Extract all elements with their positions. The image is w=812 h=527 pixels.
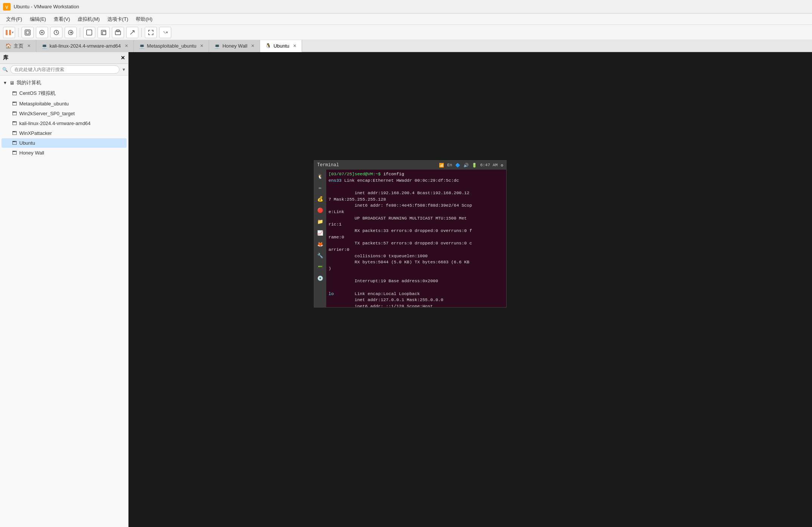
toolbar-btn-4[interactable] — [50, 27, 62, 38]
terminal-red-btn[interactable]: 🔴 — [315, 205, 325, 216]
ubuntu-icon: 🐧 — [265, 43, 271, 48]
title-bar: V Ubuntu - VMware Workstation — [0, 0, 812, 14]
sidebar-title: 库 — [3, 54, 8, 61]
toolbar-pause-btn[interactable]: ▾ — [3, 27, 15, 38]
computer-icon: 🖥 — [9, 80, 14, 86]
terminal-line-11: rame:0 — [329, 234, 472, 241]
terminal-window[interactable]: Terminal 📶 En 🔷 🔊 🔋 6:47 AM ⚙ — [314, 160, 507, 308]
terminal-line-17 — [329, 272, 472, 278]
terminal-edit-btn[interactable]: ✏️ — [315, 182, 325, 193]
toolbar-btn-9[interactable] — [126, 27, 138, 38]
terminal-line-10: RX packets:33 errors:0 dropped:0 overrun… — [329, 228, 472, 234]
sidebar-item-centos[interactable]: 🗔 CentOS 7模拟机 — [2, 88, 127, 99]
toolbar-btn-11[interactable]: ⤡▾ — [159, 27, 171, 38]
menu-view[interactable]: 查看(V) — [51, 15, 73, 23]
menu-tabs[interactable]: 选项卡(T) — [104, 15, 132, 23]
tab-metasploitable-close[interactable]: ✕ — [200, 43, 203, 48]
toolbar-sep-3 — [141, 28, 142, 37]
sidebar-tree: ▼ 🖥 我的计算机 🗔 CentOS 7模拟机 🗔 Metasploitable… — [0, 76, 128, 527]
svg-rect-4 — [25, 30, 30, 35]
sidebar-search-bar: 🔍 ▼ — [0, 64, 128, 76]
toolbar-btn-7[interactable] — [98, 27, 110, 38]
terminal-line-1: [03/07/25]seed@VM:~$ ifconfig — [329, 171, 472, 178]
svg-rect-3 — [9, 30, 11, 35]
tab-kali[interactable]: 💻 kali-linux-2024.4-vmware-amd64 ✕ — [36, 40, 134, 52]
tab-honeywall[interactable]: 💻 Honey Wall ✕ — [209, 40, 260, 52]
home-icon: 🏠 — [5, 43, 11, 49]
tab-metasploitable[interactable]: 💻 Metasploitable_ubuntu ✕ — [134, 40, 209, 52]
menu-vm[interactable]: 虚拟机(M) — [74, 15, 103, 23]
menu-file[interactable]: 文件(F) — [3, 15, 25, 23]
toolbar-btn-6[interactable] — [83, 27, 95, 38]
vm-content-area[interactable]: Terminal 📶 En 🔷 🔊 🔋 6:47 AM ⚙ — [129, 52, 812, 527]
toolbar-fullscreen-btn[interactable] — [145, 27, 157, 38]
sidebar-item-centos-label: CentOS 7模拟机 — [19, 90, 56, 97]
terminal-line-6: inet6 addr: fe80::4e45:f508:f88d:39e2/64… — [329, 202, 472, 209]
terminal-titlebar-left: Terminal — [317, 162, 339, 168]
tab-kali-label: kali-linux-2024.4-vmware-amd64 — [50, 43, 121, 49]
terminal-settings-btn[interactable]: 🔧 — [315, 250, 325, 261]
tabs-row: 🏠 主页 ✕ 💻 kali-linux-2024.4-vmware-amd64 … — [0, 40, 812, 52]
sidebar: 库 ✕ 🔍 ▼ ▼ 🖥 我的计算机 🗔 CentOS 7模拟机 — [0, 52, 129, 527]
sidebar-item-ubuntu-label: Ubuntu — [19, 140, 35, 146]
terminal-ubuntu-btn[interactable]: 🐧 — [315, 171, 325, 182]
sidebar-item-win2k[interactable]: 🗔 Win2kServer_SP0_target — [2, 109, 127, 118]
sidebar-item-kali[interactable]: 🗔 kali-linux-2024.4-vmware-amd64 — [2, 119, 127, 128]
tree-root[interactable]: ▼ 🖥 我的计算机 — [0, 78, 128, 88]
svg-rect-5 — [26, 31, 29, 34]
toolbar-btn-3[interactable] — [36, 27, 48, 38]
terminal-terminal-btn[interactable]: 📟 — [315, 262, 325, 272]
terminal-line-20: lo Link encap:Local Loopback — [329, 291, 472, 297]
vm-icon: 🗔 — [12, 91, 17, 96]
sidebar-item-metasploitable[interactable]: 🗔 Metasploitable_ubuntu — [2, 99, 127, 108]
tab-ubuntu-close[interactable]: ✕ — [293, 43, 296, 48]
terminal-line-19 — [329, 284, 472, 291]
menu-edit[interactable]: 编辑(E) — [27, 15, 49, 23]
terminal-line-9: ric:1 — [329, 221, 472, 228]
tab-ubuntu[interactable]: 🐧 Ubuntu ✕ — [260, 40, 302, 52]
tab-honeywall-close[interactable]: ✕ — [251, 43, 254, 48]
sidebar-item-honeywall-label: Honey Wall — [19, 150, 44, 156]
terminal-titlebar: Terminal 📶 En 🔷 🔊 🔋 6:47 AM ⚙ — [314, 161, 506, 170]
terminal-lang: En — [447, 163, 452, 167]
terminal-files-btn[interactable]: 💰 — [315, 194, 325, 204]
search-icon: 🔍 — [2, 67, 8, 72]
toolbar-btn-5[interactable] — [65, 27, 77, 38]
metasploitable-icon: 💻 — [139, 43, 145, 49]
window-title: Ubuntu - VMware Workstation — [14, 4, 79, 9]
terminal-line-2: ens33 Link encap:Ethernet HWaddr 00:0c:2… — [329, 178, 472, 184]
tab-metasploitable-label: Metasploitable_ubuntu — [147, 43, 197, 49]
terminal-firefox-btn[interactable]: 🦊 — [315, 239, 325, 250]
tab-home[interactable]: 🏠 主页 ✕ — [0, 40, 36, 52]
sidebar-item-honeywall[interactable]: 🗔 Honey Wall — [2, 148, 127, 158]
vmware-logo: V — [3, 3, 11, 11]
terminal-text-content: [03/07/25]seed@VM:~$ ifconfig ens33 Link… — [326, 170, 474, 307]
sidebar-header: 库 ✕ — [0, 52, 128, 64]
toolbar-btn-2[interactable] — [22, 27, 34, 38]
kali-icon: 💻 — [42, 43, 47, 49]
search-dropdown-icon[interactable]: ▼ — [122, 67, 126, 72]
terminal-battery-icon: 🔋 — [472, 163, 477, 168]
terminal-chart-btn[interactable]: 📈 — [315, 228, 325, 238]
tab-home-close[interactable]: ✕ — [27, 43, 31, 48]
sidebar-close-btn[interactable]: ✕ — [121, 55, 125, 61]
sidebar-item-kali-label: kali-linux-2024.4-vmware-amd64 — [19, 121, 91, 126]
tree-root-expand-icon: ▼ — [3, 80, 7, 85]
terminal-folder-btn[interactable]: 📁 — [315, 216, 325, 227]
terminal-line-15: RX bytes:5044 (5.0 KB) TX bytes:6683 (6.… — [329, 259, 472, 266]
vm-icon-3: 🗔 — [12, 111, 17, 116]
menu-help[interactable]: 帮助(H) — [133, 15, 155, 23]
terminal-line-12: TX packets:57 errors:0 dropped:0 overrun… — [329, 240, 472, 247]
sidebar-item-metasploitable-label: Metasploitable_ubuntu — [19, 101, 69, 107]
terminal-titlebar-right: 📶 En 🔷 🔊 🔋 6:47 AM ⚙ — [439, 163, 503, 168]
menu-bar: 文件(F) 编辑(E) 查看(V) 虚拟机(M) 选项卡(T) 帮助(H) — [0, 14, 812, 25]
search-input[interactable] — [10, 65, 119, 74]
sidebar-item-winxp[interactable]: 🗔 WinXPattacker — [2, 128, 127, 138]
terminal-disk-btn[interactable]: 💿 — [315, 273, 325, 284]
terminal-bluetooth-icon: 🔷 — [455, 163, 460, 168]
tab-kali-close[interactable]: ✕ — [125, 43, 128, 48]
toolbar-btn-8[interactable] — [112, 27, 124, 38]
terminal-line-22: inet6 addr: ::1/128 Scope:Host — [329, 303, 472, 307]
terminal-line-14: collisions:0 txqueuelen:1000 — [329, 253, 472, 260]
sidebar-item-ubuntu[interactable]: 🗔 Ubuntu — [2, 138, 127, 148]
